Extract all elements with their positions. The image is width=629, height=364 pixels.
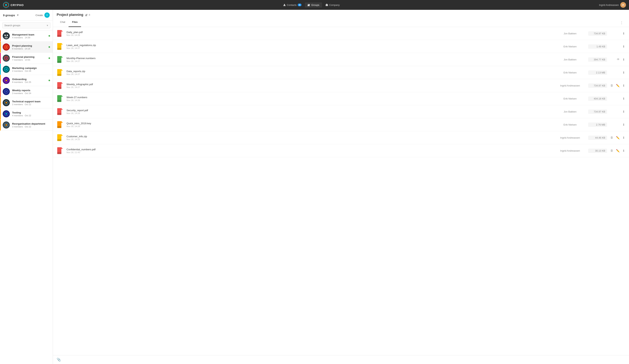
delete-button[interactable]: 🗑	[610, 83, 614, 88]
file-name: Security_report.pdf	[66, 109, 552, 112]
file-icon-pdf	[57, 82, 63, 89]
preview-button[interactable]: 👁	[616, 57, 620, 62]
file-icon-wrapper	[57, 30, 63, 37]
file-row: Monthly-Planner.numbers Nov 18, 14:27 Jo…	[53, 53, 629, 66]
left-accent	[0, 75, 1, 86]
file-actions: ⬇	[610, 110, 625, 114]
file-name: Daily_plan.pdf	[66, 31, 552, 34]
add-group-button[interactable]: +	[44, 12, 50, 18]
left-accent	[0, 108, 1, 119]
group-info: Testing 4 members Oct 22	[12, 111, 50, 117]
download-button[interactable]: ⬇	[622, 70, 625, 75]
members-number: 8	[89, 13, 90, 16]
group-meta: 4 members 14:39	[12, 36, 48, 39]
svg-rect-75	[57, 126, 61, 128]
search-input[interactable]	[2, 22, 50, 28]
left-accent	[0, 86, 1, 97]
svg-point-31	[5, 113, 7, 115]
group-name: Marketing campaign	[12, 67, 50, 69]
group-item-reorganisation-department[interactable]: Reorganisation department 3 members Oct …	[0, 120, 53, 131]
group-list: Management team 4 members 14:39 Project …	[0, 30, 53, 364]
file-uploader: Jon Bakken	[555, 110, 585, 113]
main-layout: 9 groups ▼ Create + ▼ Management team 4 …	[0, 10, 629, 364]
group-item-management-team[interactable]: Management team 4 members 14:39	[0, 30, 53, 41]
file-info: Security_report.pdf Nov 18, 14:26	[66, 109, 552, 115]
svg-marker-84	[61, 147, 63, 149]
edit-button[interactable]: ✏️	[616, 135, 620, 140]
file-uploader: Erik Nielsen	[555, 45, 585, 48]
file-uploader: Ingrid Andreassen	[555, 84, 585, 87]
group-name: Onboarding	[12, 78, 48, 81]
sidebar-header: 9 groups ▼ Create +	[0, 10, 53, 20]
file-icon-wrapper	[57, 95, 63, 102]
group-item-testing[interactable]: Testing 4 members Oct 22	[0, 108, 53, 120]
group-avatar	[3, 99, 10, 106]
file-info: Confidential_numbers.pdf Nov 18, 11:43	[66, 148, 552, 153]
file-uploader: Erik Nielsen	[555, 123, 585, 126]
file-actions: ⬇	[610, 122, 625, 127]
members-icon	[85, 13, 88, 16]
file-uploader: Jon Bakken	[555, 32, 585, 35]
file-icon-wrapper	[57, 121, 63, 128]
user-area: Ingrid Andreassen IA	[599, 2, 626, 8]
download-button[interactable]: ⬇	[622, 110, 625, 114]
svg-rect-5	[326, 4, 328, 6]
tab-chat[interactable]: Chat	[57, 19, 69, 27]
file-name: Laws_and_regulations.zip	[66, 44, 552, 47]
file-size: 734.97 KB	[588, 83, 607, 88]
left-accent	[0, 30, 1, 41]
svg-point-4	[309, 4, 310, 5]
download-button[interactable]: ⬇	[622, 57, 625, 62]
group-info: Technical support team 2 members Oct 22	[12, 100, 50, 106]
file-icon-wrapper	[57, 69, 63, 76]
nav-contacts[interactable]: Contacts 4	[281, 2, 304, 7]
file-info: Laws_and_regulations.zip Nov 18, 14:27	[66, 44, 552, 49]
file-info: Week-27.numbers Nov 18, 14:26	[66, 96, 552, 101]
svg-rect-50	[57, 61, 61, 63]
group-item-marketing-campaign[interactable]: Marketing campaign 2 members Oct 28	[0, 64, 53, 75]
groups-icon	[308, 3, 310, 6]
group-avatar	[3, 55, 10, 62]
delete-button[interactable]: 🗑	[610, 149, 614, 153]
attach-icon[interactable]: 📎	[57, 358, 61, 362]
create-button[interactable]: Create	[35, 14, 43, 17]
attach-area: 📎	[53, 355, 629, 364]
file-icon-key	[57, 121, 63, 128]
svg-rect-60	[57, 87, 61, 89]
download-button[interactable]: ⬇	[622, 97, 625, 101]
file-date: Nov 18, 14:28	[66, 34, 552, 36]
file-actions: ⬇	[610, 70, 625, 75]
group-item-financial-planning[interactable]: Financial planning 7 members 13:55	[0, 53, 53, 64]
edit-button[interactable]: ✏️	[616, 83, 620, 88]
file-name: Customer_info.zip	[66, 135, 552, 138]
download-button[interactable]: ⬇	[622, 149, 625, 153]
filter-icon[interactable]: ▼	[16, 13, 19, 17]
file-name: Weekly_infographic.pdf	[66, 83, 552, 86]
nav-company[interactable]: Company	[323, 2, 342, 7]
svg-point-34	[5, 124, 7, 126]
group-item-weekly-reports[interactable]: Weekly reports 3 members Oct 24	[0, 86, 53, 97]
group-item-project-planning[interactable]: Project planning 8 members 14:18	[0, 41, 53, 53]
left-accent	[0, 41, 1, 52]
download-button[interactable]: ⬇	[622, 44, 625, 49]
svg-marker-54	[61, 69, 63, 71]
group-item-technical-support[interactable]: Technical support team 2 members Oct 22	[0, 97, 53, 108]
download-button[interactable]: ⬇	[622, 122, 625, 127]
edit-button[interactable]: ✏️	[616, 149, 620, 153]
download-button[interactable]: ⬇	[622, 31, 625, 36]
file-date: Nov 18, 14:27	[66, 86, 552, 88]
download-button[interactable]: ⬇	[622, 83, 625, 88]
svg-point-13	[5, 46, 7, 48]
contacts-icon	[283, 3, 286, 6]
file-actions: ⬇	[610, 31, 625, 36]
file-actions: 🗑✏️⬇	[610, 149, 625, 153]
group-item-onboarding[interactable]: Onboarding 8 members Oct 25	[0, 75, 53, 86]
file-uploader: Erik Nielsen	[555, 71, 585, 74]
file-info: Daily_plan.pdf Nov 18, 14:28	[66, 31, 552, 36]
download-button[interactable]: ⬇	[622, 135, 625, 140]
tab-files[interactable]: Files	[69, 19, 81, 27]
nav-groups[interactable]: Groups	[305, 2, 322, 7]
delete-button[interactable]: 🗑	[610, 135, 614, 140]
tab-more-button[interactable]: ⋮	[618, 19, 625, 27]
svg-point-16	[5, 57, 7, 59]
